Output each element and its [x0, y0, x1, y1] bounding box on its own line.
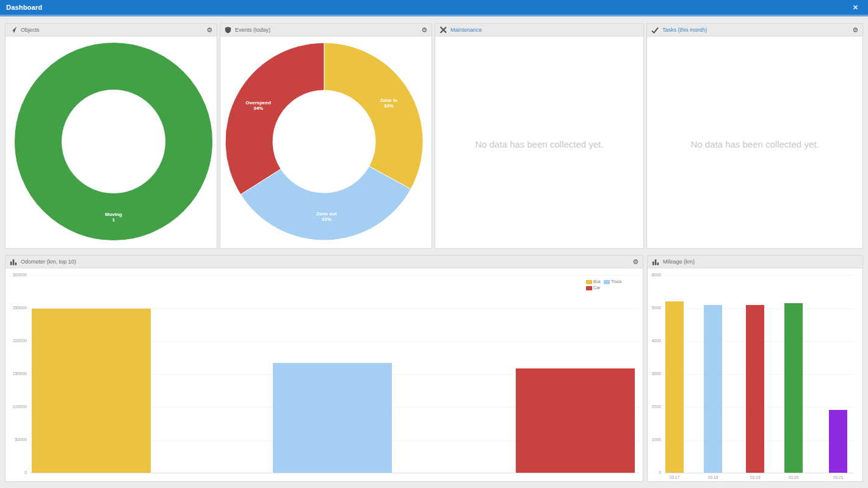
- x-axis-tick-label: 03-20: [781, 475, 806, 479]
- bar-chart-icon: [652, 259, 659, 265]
- bar-bus: [32, 309, 151, 473]
- y-axis-tick-label: 250000: [5, 306, 27, 310]
- panel-title: Odometer (km, top 10): [21, 259, 76, 265]
- mileage-bar-chart: 010002000300040005000600003-1703-1803-19…: [648, 268, 863, 481]
- gear-icon[interactable]: ⚙: [852, 27, 858, 34]
- panel-odometer: Odometer (km, top 10) ⚙ 0500001000001500…: [5, 255, 643, 482]
- panel-mileage-header: Mileage (km): [648, 256, 863, 268]
- legend-item-truck: Truck: [604, 279, 621, 285]
- panel-tasks-body: No data has been collected yet.: [647, 37, 863, 248]
- bar-chart-icon: [10, 259, 17, 265]
- bar-truck: [273, 363, 392, 473]
- x-axis-tick-label: 03-19: [743, 475, 767, 479]
- y-axis-tick-label: 6000: [648, 273, 661, 277]
- legend-swatch: [604, 280, 610, 284]
- panel-title-link[interactable]: Maintenance: [450, 27, 482, 33]
- panel-objects-body: Moving1: [5, 37, 217, 248]
- x-axis-tick-label: 03-17: [662, 475, 687, 479]
- shield-icon: [225, 26, 231, 34]
- panel-title: Objects: [21, 27, 40, 33]
- gridline: [664, 473, 854, 473]
- gridline: [30, 275, 639, 276]
- gridline: [30, 473, 639, 473]
- objects-donut-chart: Moving1: [5, 37, 217, 248]
- gear-icon[interactable]: ⚙: [421, 27, 427, 34]
- panel-events-body: Zone in33%Zone out33%Overspeed34%: [220, 37, 432, 248]
- y-axis-tick-label: 1000: [648, 437, 661, 442]
- bar-car: [516, 368, 635, 473]
- x-axis-tick-label: 03-21: [826, 475, 850, 479]
- panel-odometer-header: Odometer (km, top 10) ⚙: [5, 256, 643, 268]
- panel-events: Events (today) ⚙ Zone in33%Zone out33%Ov…: [220, 23, 432, 249]
- legend-item-car: Car: [586, 285, 600, 291]
- gridline: [664, 275, 854, 276]
- y-axis-tick-label: 200000: [5, 339, 27, 343]
- navigation-arrow-icon: [10, 26, 17, 34]
- window-title: Dashboard: [6, 4, 42, 11]
- legend-swatch: [586, 286, 592, 290]
- gear-icon[interactable]: ⚙: [632, 259, 638, 265]
- donut-slice-zone-in: [324, 43, 423, 189]
- y-axis-tick-label: 300000: [5, 273, 27, 277]
- legend-label: Car: [593, 285, 600, 290]
- events-donut-chart: Zone in33%Zone out33%Overspeed34%: [220, 37, 432, 248]
- crossed-tools-icon: [439, 26, 447, 34]
- y-axis-tick-label: 3000: [648, 371, 661, 376]
- no-data-message: No data has been collected yet.: [647, 139, 863, 149]
- y-axis-tick-label: 2000: [648, 404, 661, 409]
- y-axis-tick-label: 5000: [648, 306, 661, 310]
- checkmark-icon: [651, 27, 659, 34]
- odometer-bar-chart: 050000100000150000200000250000300000BusT…: [5, 268, 643, 481]
- dashboard-window: Dashboard ✕ Objects ⚙ Moving1 Events (to…: [0, 0, 868, 488]
- bar-03-19: [746, 305, 764, 473]
- legend-item-bus: Bus: [586, 279, 601, 285]
- panel-title: Events (today): [235, 27, 270, 33]
- panel-events-header: Events (today) ⚙: [220, 24, 432, 37]
- y-axis-tick-label: 100000: [5, 404, 27, 409]
- panel-objects-header: Objects ⚙: [5, 24, 217, 37]
- panel-tasks: Tasks (this month) ⚙ No data has been co…: [646, 23, 863, 249]
- bar-03-21: [829, 410, 847, 473]
- y-axis-tick-label: 0: [5, 470, 27, 475]
- panel-objects: Objects ⚙ Moving1: [5, 23, 217, 249]
- donut-slice-moving: [38, 66, 189, 217]
- panel-title: Mileage (km): [663, 259, 695, 265]
- gear-icon[interactable]: ⚙: [206, 27, 212, 34]
- panel-tasks-header: Tasks (this month) ⚙: [647, 24, 863, 37]
- y-axis-tick-label: 4000: [648, 339, 661, 343]
- bar-03-17: [665, 301, 684, 473]
- titlebar: Dashboard ✕: [0, 0, 868, 16]
- x-axis-tick-label: 03-18: [701, 475, 725, 479]
- panel-mileage: Mileage (km) 010002000300040005000600003…: [647, 255, 863, 482]
- panel-maintenance-header: Maintenance: [435, 24, 643, 37]
- panel-odometer-body: 050000100000150000200000250000300000BusT…: [5, 268, 643, 481]
- bar-03-20: [784, 303, 803, 473]
- legend-label: Truck: [611, 279, 621, 284]
- legend-swatch: [586, 280, 592, 284]
- panel-maintenance: Maintenance No data has been collected y…: [435, 23, 644, 249]
- bar-03-18: [704, 305, 722, 473]
- y-axis-tick-label: 150000: [5, 371, 27, 376]
- donut-slice-overspeed: [225, 43, 324, 195]
- close-icon[interactable]: ✕: [853, 4, 858, 12]
- chart-legend: BusTruckCar: [586, 279, 637, 291]
- no-data-message: No data has been collected yet.: [435, 139, 643, 149]
- y-axis-tick-label: 0: [648, 470, 661, 475]
- panel-title-link[interactable]: Tasks (this month): [662, 27, 707, 33]
- panel-mileage-body: 010002000300040005000600003-1703-1803-19…: [648, 268, 863, 481]
- legend-label: Bus: [593, 279, 601, 284]
- panel-maintenance-body: No data has been collected yet.: [435, 37, 643, 248]
- y-axis-tick-label: 50000: [5, 437, 27, 442]
